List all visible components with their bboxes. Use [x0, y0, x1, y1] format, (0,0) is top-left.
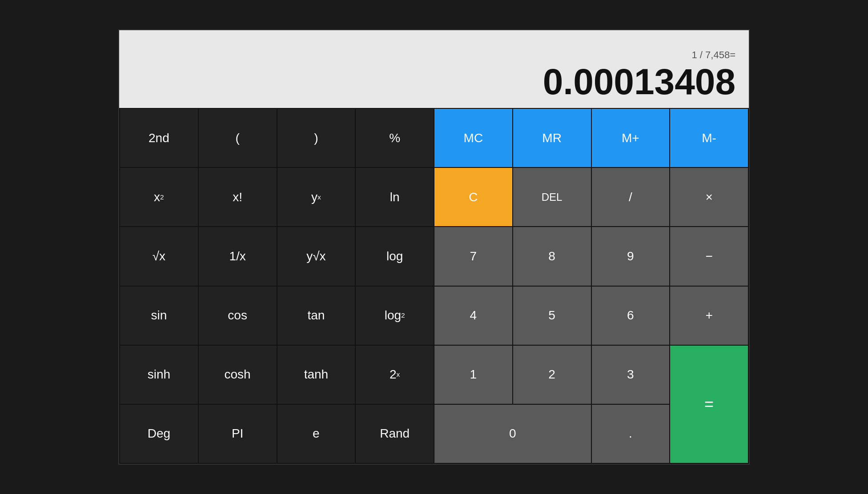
seven-button[interactable]: 7	[434, 227, 512, 285]
nine-button[interactable]: 9	[592, 227, 670, 285]
decimal-button[interactable]: .	[592, 405, 670, 463]
cos-button[interactable]: cos	[199, 287, 277, 345]
add-button[interactable]: +	[670, 287, 748, 345]
2nd-button[interactable]: 2nd	[120, 109, 198, 167]
equals-button[interactable]: =	[670, 346, 748, 463]
display-panel: 1 / 7,458= 0.00013408	[119, 30, 749, 108]
six-button[interactable]: 6	[592, 287, 670, 345]
calculator: 1 / 7,458= 0.00013408 2nd ( ) % MC MR M+…	[118, 29, 750, 465]
m-plus-button[interactable]: M+	[592, 109, 670, 167]
tanh-button[interactable]: tanh	[277, 346, 355, 404]
four-button[interactable]: 4	[434, 287, 512, 345]
log-button[interactable]: log	[356, 227, 434, 285]
reciprocal-button[interactable]: 1/x	[199, 227, 277, 285]
zero-button[interactable]: 0	[434, 405, 591, 463]
tan-button[interactable]: tan	[277, 287, 355, 345]
cosh-button[interactable]: cosh	[199, 346, 277, 404]
m-minus-button[interactable]: M-	[670, 109, 748, 167]
mc-button[interactable]: MC	[434, 109, 512, 167]
multiply-button[interactable]: ×	[670, 168, 748, 226]
rand-button[interactable]: Rand	[356, 405, 434, 463]
expression-display: 1 / 7,458=	[692, 49, 735, 61]
sinh-button[interactable]: sinh	[120, 346, 198, 404]
mr-button[interactable]: MR	[513, 109, 591, 167]
deg-button[interactable]: Deg	[120, 405, 198, 463]
eight-button[interactable]: 8	[513, 227, 591, 285]
three-button[interactable]: 3	[592, 346, 670, 404]
log2-button[interactable]: log2	[356, 287, 434, 345]
two-button[interactable]: 2	[513, 346, 591, 404]
button-grid: 2nd ( ) % MC MR M+ M- x2 x! yx ln C DEL …	[119, 108, 749, 464]
pi-button[interactable]: PI	[199, 405, 277, 463]
subtract-button[interactable]: −	[670, 227, 748, 285]
open-paren-button[interactable]: (	[199, 109, 277, 167]
five-button[interactable]: 5	[513, 287, 591, 345]
two-to-x-button[interactable]: 2x	[356, 346, 434, 404]
one-button[interactable]: 1	[434, 346, 512, 404]
divide-button[interactable]: /	[592, 168, 670, 226]
x-squared-button[interactable]: x2	[120, 168, 198, 226]
clear-button[interactable]: C	[434, 168, 512, 226]
y-sqrt-x-button[interactable]: y√x	[277, 227, 355, 285]
sin-button[interactable]: sin	[120, 287, 198, 345]
ln-button[interactable]: ln	[356, 168, 434, 226]
sqrt-button[interactable]: √x	[120, 227, 198, 285]
result-display: 0.00013408	[543, 64, 735, 100]
percent-button[interactable]: %	[356, 109, 434, 167]
close-paren-button[interactable]: )	[277, 109, 355, 167]
delete-button[interactable]: DEL	[513, 168, 591, 226]
euler-button[interactable]: e	[277, 405, 355, 463]
x-factorial-button[interactable]: x!	[199, 168, 277, 226]
y-to-x-button[interactable]: yx	[277, 168, 355, 226]
